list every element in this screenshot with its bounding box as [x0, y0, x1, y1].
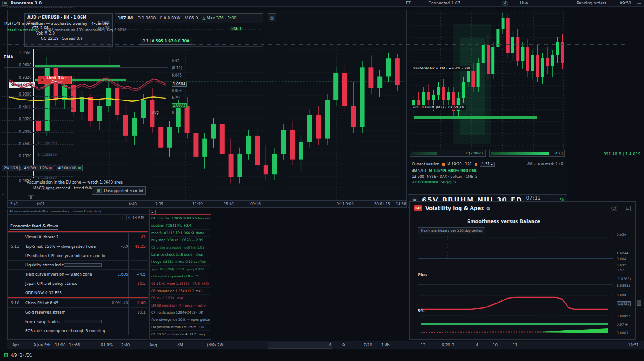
indicator-lines-svg[interactable] — [9, 66, 166, 113]
trade-quick-button[interactable]: 2W 9/28 — [2, 165, 20, 171]
journal-line[interactable]: 02:30:57 — balance A: 217 · avg — [150, 331, 211, 338]
global-axis-label: 7/20 — [364, 343, 372, 347]
news-row[interactable]: US inflation CPI: one-year tolerance and… — [8, 251, 148, 260]
news-panel: All news automated-filter commentary · s… — [7, 209, 148, 340]
axis-scroll-segment[interactable] — [268, 342, 332, 349]
menubar-item-connected[interactable]: Connected 1.07 — [429, 1, 460, 5]
trade-quick-button[interactable]: 4.9(3)9 · 1/2% — [22, 165, 54, 171]
chart-corner-icon[interactable]: B — [28, 195, 34, 200]
session-size-select[interactable]: 1.51 ▾ — [480, 162, 495, 167]
news-row[interactable]: GDP NOW 0.32 EPS — [8, 288, 148, 297]
indicator-box-plain: 2.1 | — [143, 39, 152, 43]
ohlc-last: 107.84 — [118, 16, 133, 20]
zones-secondary-button[interactable]: ▤ — [137, 186, 146, 195]
indicator-scale-label: 0.32 — [172, 111, 180, 115]
candle-body-up — [432, 95, 435, 100]
journal-line[interactable]: sync OK (704) 6330 · ping 0.018 — [150, 266, 211, 273]
menubar-item-pending[interactable]: Pending orders — [577, 1, 607, 5]
news-row[interactable]: 5:10China PMI at 6:450.9% UO-0.80 — [8, 298, 148, 307]
session-label-1: SESSION NY 6 PM · +9.4% · 3W — [412, 66, 472, 71]
news-right-value: 10.1 — [128, 308, 147, 317]
volatility-scale-label: 0.00092 — [617, 314, 630, 318]
time-axis-label: 09:16 — [250, 202, 261, 206]
progress-cell-right[interactable]: 0.2 | — [489, 150, 565, 157]
journal-line[interactable]: 05 order accepted · sell lim 1.05 — [150, 244, 211, 251]
scrollbar-thumb[interactable] — [637, 300, 641, 306]
journal-line[interactable]: 06 requote on 1.0549 (1.2 ms) — [150, 288, 211, 295]
volatility-history-tab[interactable]: Maximum history per 120-day period — [418, 227, 485, 234]
progress-cell-left[interactable]: LQ · 5PW ? — [410, 150, 486, 157]
journal-line[interactable]: LM position within LM limits · OK — [150, 324, 211, 331]
candle-body-down — [487, 45, 490, 74]
candle-body-up — [521, 47, 524, 61]
volatility-title: Volatility log & Apex ∞ — [426, 205, 490, 211]
session-row3-value: NYSE · DAX · polkan · CME-G — [427, 175, 477, 179]
candle-body-up — [132, 118, 137, 136]
journal-header[interactable]: 5 | — [150, 209, 211, 215]
indicator-value-box[interactable]: 2.1 | 0.595 3.97 0 8.700 — [140, 38, 192, 45]
volatility-scrollbar[interactable] — [636, 201, 642, 340]
news-right-value — [128, 261, 147, 269]
news-right-value — [128, 288, 147, 297]
ok-icon — [78, 167, 80, 169]
candle-body-down — [123, 115, 128, 136]
news-row[interactable]: Virtual AI threat ?42 — [8, 232, 148, 242]
news-row[interactable]: ECB rate: convergence through 3-month gu… — [8, 326, 148, 335]
journal-line[interactable]: 07 notification 1204+2413 · OK — [150, 309, 211, 316]
news-row[interactable]: Gold reserves stream10.1 — [8, 307, 148, 317]
pl-green-readout: +997.48 B | 1.4 029 — [600, 152, 640, 156]
session-candlestick-svg[interactable] — [410, 11, 564, 149]
trade-quick-button[interactable]: 4(3)9(1(0)) — [56, 165, 82, 171]
journal-line[interactable]: position #2841 P/L +2.4 — [150, 222, 211, 229]
divider — [4, 108, 168, 108]
account-icon[interactable]: A — [502, 1, 508, 6]
news-row[interactable]: Liquidity stress indicators — [8, 260, 148, 269]
news-row[interactable]: Yield curve inversion — watch zone1.605+… — [8, 269, 148, 279]
status-chip[interactable]: ▮ 4/9 (1) /D1 — [4, 353, 50, 359]
bell-icon[interactable]: ◷ — [611, 206, 617, 211]
candle-body-up — [211, 124, 216, 139]
news-row[interactable]: Japan CPI and policy stance10.5 — [8, 279, 148, 288]
candle-body-down — [506, 18, 510, 53]
global-axis-label: (4/9) 2W — [207, 343, 223, 347]
news-right-value: +4.5 — [128, 270, 147, 279]
strip-grip-icon[interactable]: ≡ — [2, 192, 5, 196]
candle-body-down — [368, 67, 373, 88]
divider — [2, 176, 73, 177]
global-axis-label: Apr — [12, 343, 19, 347]
divider — [2, 132, 73, 133]
add-news-button[interactable]: + — [120, 215, 123, 220]
app-menu-icon[interactable]: ≋ — [2, 1, 8, 6]
journal-line[interactable]: 06 la—1.1530 · avg — [150, 295, 211, 302]
journal-line[interactable]: balance check 5:16 done · clear — [150, 251, 211, 258]
volume-level-bar — [414, 116, 537, 119]
price-scale-label: 0.8000 — [9, 130, 31, 134]
journal-line[interactable]: LM fill rejected · IT freeze — retry — [150, 302, 211, 309]
indicator-scale-label: (8.12) — [172, 66, 182, 70]
window-icon[interactable]: ▢ — [625, 206, 631, 211]
indicator-subtitle-gray: · 1.0584 momentum 43% stochastic | avg 0… — [38, 28, 126, 32]
news-text: China PMI at 6:45 — [23, 301, 105, 305]
divider — [4, 44, 626, 45]
time-axis-label: 6:01 — [37, 202, 45, 206]
journal-line[interactable]: flow divergence 50% — open guidance — [150, 316, 211, 323]
journal-line[interactable]: hedge #2780 linked 0.20 confirm — [150, 258, 211, 265]
print-button[interactable]: ⎙ — [268, 13, 276, 22]
volatility-scale-label: 1.03035 — [617, 284, 630, 288]
journal-line[interactable]: risk update queued · filter 71 — [150, 273, 211, 280]
global-time-axis[interactable]: Apr9 Jun 5th11:0014:6691.8%7:40Aug4M(4/9… — [7, 341, 644, 349]
journal-line[interactable]: modify #2815 TP 1.064 SL done — [150, 230, 211, 237]
window-minimize-icon[interactable]: — — [637, 1, 641, 5]
menubar-item-ft[interactable]: FT — [406, 1, 411, 5]
journal-line[interactable]: 06 15:41 warn 1.05434 · (7.4) AMD — [150, 280, 211, 288]
news-right-value: 42 — [128, 233, 147, 242]
news-row[interactable]: Forex swap trades — [8, 317, 148, 326]
journal-line[interactable]: 04 fill order #2915 EURUSD buy done — [150, 215, 211, 222]
main-time-axis[interactable]: 5:416:016:407:3511:5915:4109:168:11 9:00… — [8, 200, 406, 207]
menubar-item-live[interactable]: Live — [520, 1, 528, 5]
journal-line[interactable]: buy stop 0.30 at 1.0628 — 2.99 — [150, 237, 211, 244]
news-row[interactable]: 5:13Top-5 risk 150% — downgraded flows-0… — [8, 242, 148, 251]
symbol-title: AUD ⇄ EURUSD · H4 · 1.06M — [27, 15, 110, 19]
divider — [2, 120, 73, 121]
news-text: ECB rate: convergence through 3-month gu… — [23, 329, 105, 333]
